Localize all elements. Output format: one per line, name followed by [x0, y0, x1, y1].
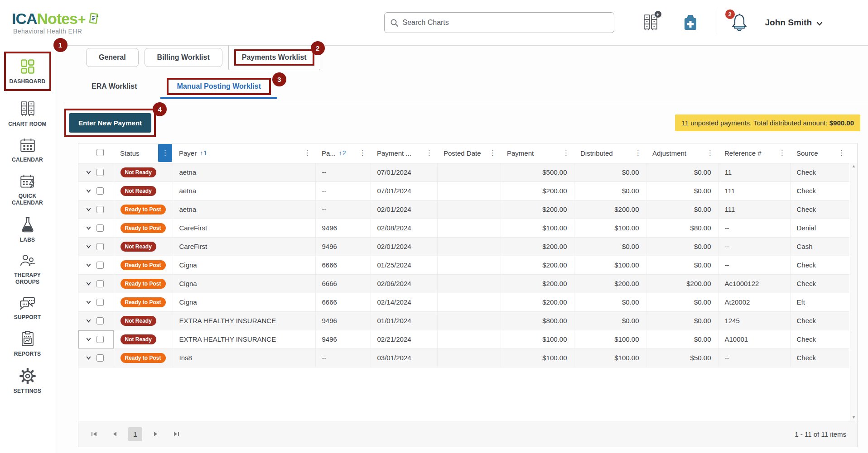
sidebar-item-label: SUPPORT: [12, 314, 43, 321]
support-chat-icon: [19, 296, 36, 311]
status-cell: Ready to Post: [114, 274, 173, 293]
column-header-payment-date[interactable]: Payment ...⋮: [371, 143, 437, 163]
scroll-up-icon[interactable]: ▲: [852, 164, 856, 168]
column-menu-icon[interactable]: ⋮: [561, 149, 571, 157]
column-menu-icon[interactable]: ⋮: [302, 149, 313, 157]
column-header-adjustment[interactable]: Adjustment⋮: [646, 143, 718, 163]
payer-cell: CareFirst: [173, 219, 315, 237]
row-checkbox[interactable]: [96, 336, 104, 343]
row-checkbox[interactable]: [96, 354, 104, 362]
row-checkbox[interactable]: [96, 169, 104, 176]
sidebar-item-settings[interactable]: SETTINGS: [0, 367, 55, 395]
last-page-button[interactable]: [169, 427, 183, 441]
column-header-payer-id[interactable]: Pa...↑2⋮: [315, 143, 371, 163]
vertical-scrollbar[interactable]: ▲ ▼: [850, 163, 857, 421]
distributed-cell: $0.00: [574, 237, 646, 256]
sidebar-item-chart-room[interactable]: CHART ROOM: [0, 100, 55, 128]
row-checkbox[interactable]: [96, 224, 104, 232]
add-chart-button[interactable]: +: [642, 13, 659, 32]
chart-search[interactable]: [384, 12, 614, 33]
column-header-distributed[interactable]: Distributed⋮: [574, 143, 646, 163]
expand-chevron-icon[interactable]: [86, 243, 92, 249]
expand-cell: [78, 181, 114, 200]
source-cell: Cash: [790, 237, 849, 256]
sidebar-item-quick-calendar[interactable]: QUICK CALENDAR: [0, 173, 55, 207]
source-cell: Check: [790, 181, 849, 200]
column-header-payer[interactable]: Payer↑1⋮: [173, 143, 315, 163]
first-page-button[interactable]: [87, 427, 101, 441]
expand-chevron-icon[interactable]: [86, 299, 92, 305]
row-checkbox[interactable]: [96, 262, 104, 269]
sidebar-item-therapy-groups[interactable]: THERAPY GROUPS: [0, 253, 55, 286]
column-header-posted-date[interactable]: Posted Date⋮: [437, 143, 501, 163]
tab-general[interactable]: General: [86, 48, 139, 67]
status-cell: Ready to Post: [114, 256, 173, 274]
notifications-bell-button[interactable]: 2: [731, 13, 748, 32]
expand-chevron-icon[interactable]: [86, 188, 92, 194]
sidebar-item-dashboard[interactable]: DASHBOARD 1: [0, 52, 55, 91]
column-menu-icon[interactable]: ⋮: [487, 149, 498, 157]
select-all-checkbox[interactable]: [96, 149, 104, 156]
column-header-source[interactable]: Source⋮: [790, 143, 849, 163]
subtab-era-worklist[interactable]: ERA Worklist: [89, 81, 140, 92]
expand-chevron-icon[interactable]: [86, 336, 92, 342]
previous-page-button[interactable]: [108, 427, 121, 441]
row-checkbox[interactable]: [96, 317, 104, 324]
sidebar-item-support[interactable]: SUPPORT: [0, 296, 55, 321]
distributed-cell: $100.00: [574, 348, 646, 367]
row-checkbox[interactable]: [96, 206, 104, 213]
user-menu[interactable]: John Smith: [765, 18, 823, 28]
tab-payments-worklist[interactable]: Payments Worklist 2: [228, 46, 320, 70]
column-header-reference[interactable]: Reference #⋮: [718, 143, 790, 163]
row-checkbox[interactable]: [96, 280, 104, 287]
sidebar-item-calendar[interactable]: CALENDAR: [0, 137, 55, 164]
expand-chevron-icon[interactable]: [86, 281, 92, 286]
expand-chevron-icon[interactable]: [86, 225, 92, 231]
items-count-summary: 1 - 11 of 11 items: [795, 430, 846, 438]
column-menu-icon[interactable]: ⋮: [424, 149, 434, 157]
payment-amount-cell: $100.00: [501, 348, 574, 367]
payment-date-cell: 07/01/2024: [371, 181, 437, 200]
adjustment-cell: $0.00: [646, 200, 718, 219]
status-cell: Not Ready: [114, 163, 173, 181]
column-menu-icon[interactable]: ⋮: [705, 149, 715, 157]
column-menu-icon[interactable]: ⋮: [357, 149, 368, 157]
status-badge: Ready to Post: [121, 205, 166, 215]
chart-room-icon: [19, 100, 36, 118]
status-badge: Ready to Post: [121, 353, 166, 363]
row-checkbox[interactable]: [96, 243, 104, 250]
column-menu-icon[interactable]: ⋮: [777, 149, 787, 157]
expand-chevron-icon[interactable]: [86, 355, 92, 361]
tab-billing-worklist[interactable]: Billing Worklist: [145, 48, 222, 67]
payer-cell: Cigna: [173, 293, 315, 311]
subtab-manual-posting-worklist[interactable]: Manual Posting Worklist 3: [167, 78, 271, 95]
dashboard-icon: [19, 58, 36, 75]
column-menu-icon[interactable]: ⋮: [633, 149, 643, 157]
expand-chevron-icon[interactable]: [86, 169, 92, 175]
reference-cell: 111: [718, 181, 790, 200]
expand-chevron-icon[interactable]: [86, 206, 92, 212]
expand-chevron-icon[interactable]: [86, 318, 92, 324]
page-number-button[interactable]: 1: [128, 427, 142, 441]
next-page-button[interactable]: [149, 427, 163, 441]
status-cell: Not Ready: [114, 311, 173, 330]
sidebar-item-labs[interactable]: LABS: [0, 216, 55, 244]
sidebar-item-reports[interactable]: REPORTS: [0, 330, 55, 358]
expand-chevron-icon[interactable]: [86, 262, 92, 268]
column-menu-icon[interactable]: ⋮: [836, 149, 847, 157]
prescription-bag-button[interactable]: [682, 14, 699, 32]
payer-id-cell: --: [315, 163, 371, 181]
expand-cell: [78, 274, 114, 293]
row-checkbox[interactable]: [96, 187, 104, 195]
status-column-menu-icon[interactable]: ⋮: [158, 144, 172, 162]
column-header-status[interactable]: Status⋮: [114, 143, 173, 163]
scroll-down-icon[interactable]: ▼: [852, 415, 856, 420]
therapy-groups-icon: [19, 253, 36, 269]
table-row: Not ReadyEXTRA HEALTHY INSURANCE949601/0…: [78, 311, 849, 330]
distributed-cell: $100.00: [574, 256, 646, 274]
search-input[interactable]: [403, 19, 608, 27]
column-header-payment[interactable]: Payment⋮: [501, 143, 574, 163]
enter-new-payment-button[interactable]: Enter New Payment: [69, 113, 151, 133]
row-checkbox[interactable]: [96, 299, 104, 306]
payer-cell: Cigna: [173, 256, 315, 274]
